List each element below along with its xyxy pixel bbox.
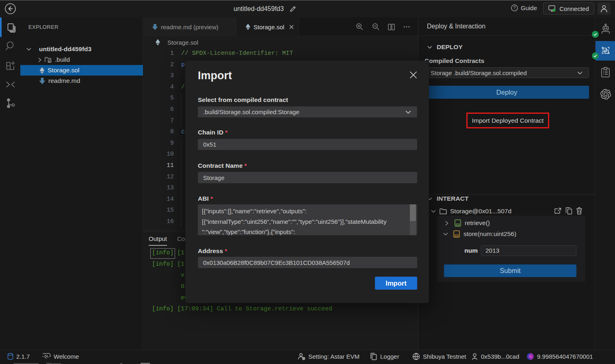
- svg-text:?: ?: [513, 6, 516, 10]
